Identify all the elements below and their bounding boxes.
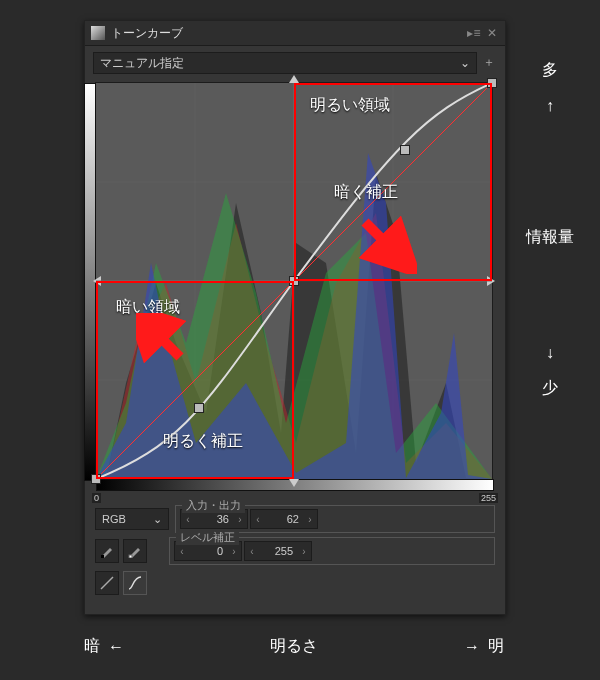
panel-menu-icon[interactable]: ▸≡	[467, 26, 481, 40]
output-value: 62	[265, 513, 303, 525]
svg-rect-10	[129, 555, 132, 558]
range-max-badge: 255	[479, 493, 498, 503]
level-high-increase-button[interactable]: ›	[297, 546, 311, 557]
level-high-value: 255	[259, 545, 297, 557]
side-mid-label: 情報量	[526, 227, 574, 248]
darken-arrow-icon	[357, 214, 417, 274]
side-bottom-label: 少	[542, 378, 558, 399]
level-low-decrease-button[interactable]: ‹	[175, 546, 189, 557]
svg-rect-9	[101, 555, 104, 558]
panel-title: トーンカーブ	[111, 25, 463, 42]
brighten-label: 明るく補正	[163, 431, 243, 452]
level-low-increase-button[interactable]: ›	[227, 546, 241, 557]
svg-line-7	[365, 222, 401, 258]
arrow-up-icon: ↑	[546, 97, 554, 115]
channel-dropdown[interactable]: RGB ⌄	[95, 508, 169, 530]
curve-graph[interactable]: 明るい領域 暗い領域 暗く補正 明るく補正 0 255	[95, 82, 493, 480]
add-preset-button[interactable]: ＋	[481, 55, 497, 71]
picker-white-button[interactable]	[123, 539, 147, 563]
arrow-left-icon: ←	[108, 638, 124, 656]
level-low-value: 0	[189, 545, 227, 557]
side-top-label: 多	[542, 60, 558, 81]
level-group: レベル補正 ‹ 0 › ‹ 255 ›	[169, 537, 495, 565]
panel-icon	[91, 26, 105, 40]
preset-row: マニュアル指定 ⌄ ＋	[85, 46, 505, 78]
input-value: 36	[195, 513, 233, 525]
chevron-down-icon: ⌄	[153, 509, 162, 529]
io-legend: 入力・出力	[182, 498, 245, 513]
curve-mode-spline-button[interactable]	[123, 571, 147, 595]
tone-curve-panel: トーンカーブ ▸≡ ✕ マニュアル指定 ⌄ ＋	[84, 20, 506, 615]
input-decrease-button[interactable]: ‹	[181, 514, 195, 525]
chevron-down-icon: ⌄	[460, 53, 470, 73]
controls-area: RGB ⌄ 入力・出力 ‹ 36 › ‹ 62 ›	[85, 502, 505, 614]
marker-bottom[interactable]	[289, 479, 299, 487]
channel-value: RGB	[102, 509, 126, 529]
preset-dropdown[interactable]: マニュアル指定 ⌄	[93, 52, 477, 74]
panel-close-icon[interactable]: ✕	[485, 26, 499, 40]
output-increase-button[interactable]: ›	[303, 514, 317, 525]
svg-line-11	[101, 577, 113, 589]
bright-region-label: 明るい領域	[310, 95, 390, 116]
brighten-arrow-icon	[136, 313, 196, 373]
level-high-stepper[interactable]: ‹ 255 ›	[244, 541, 312, 561]
curve-mode-linear-button[interactable]	[95, 571, 119, 595]
level-high-decrease-button[interactable]: ‹	[245, 546, 259, 557]
svg-line-8	[144, 321, 180, 357]
arrow-right-icon: →	[464, 638, 480, 656]
preset-value: マニュアル指定	[100, 53, 184, 73]
arrow-down-icon: ↓	[546, 344, 554, 362]
output-stepper[interactable]: ‹ 62 ›	[250, 509, 318, 529]
marker-top[interactable]	[289, 75, 299, 83]
panel-titlebar: トーンカーブ ▸≡ ✕	[85, 21, 505, 46]
bottom-center-label: 明るさ	[270, 636, 318, 657]
input-output-group: 入力・出力 ‹ 36 › ‹ 62 ›	[175, 505, 495, 533]
input-increase-button[interactable]: ›	[233, 514, 247, 525]
bottom-left-label: 暗	[84, 636, 100, 657]
bottom-annotation: 暗 ← 明るさ → 明	[84, 636, 504, 657]
output-decrease-button[interactable]: ‹	[251, 514, 265, 525]
level-legend: レベル補正	[176, 530, 239, 545]
darken-label: 暗く補正	[334, 182, 398, 203]
bottom-right-label: 明	[488, 636, 504, 657]
range-min-badge: 0	[92, 493, 101, 503]
picker-black-button[interactable]	[95, 539, 119, 563]
side-annotation: 多 ↑ 情報量 ↓ 少	[520, 60, 580, 490]
